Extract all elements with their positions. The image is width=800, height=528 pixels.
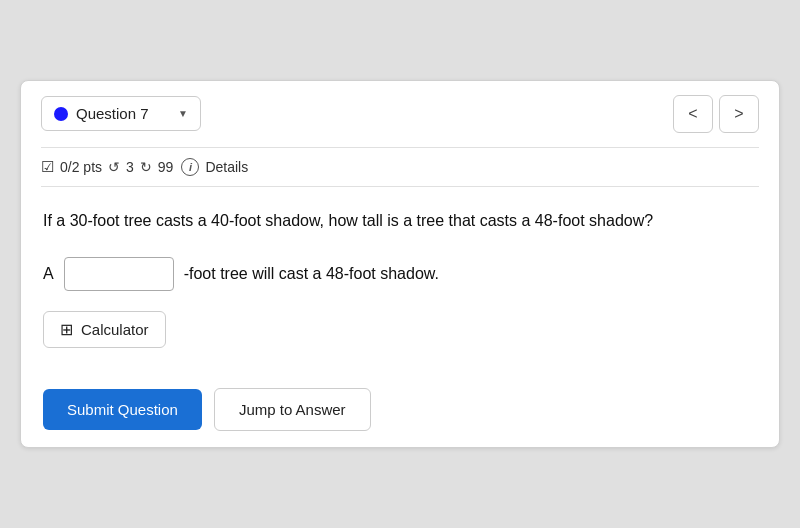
pts-text: 0/2 pts — [60, 159, 102, 175]
action-row: Submit Question Jump to Answer — [43, 388, 757, 431]
answer-label: A — [43, 265, 54, 283]
nav-buttons: < > — [673, 95, 759, 133]
retry-count: 3 — [126, 159, 134, 175]
calculator-button[interactable]: ⊞ Calculator — [43, 311, 166, 348]
info-icon: i — [181, 158, 199, 176]
question-body: If a 30-foot tree casts a 40-foot shadow… — [21, 187, 779, 448]
question-text: If a 30-foot tree casts a 40-foot shadow… — [43, 209, 757, 234]
question-label: Question 7 — [76, 105, 170, 122]
answer-input[interactable] — [64, 257, 174, 291]
header-row: Question 7 ▼ < > — [21, 81, 779, 147]
next-button[interactable]: > — [719, 95, 759, 133]
details-text: Details — [205, 159, 248, 175]
question-selector[interactable]: Question 7 ▼ — [41, 96, 201, 131]
calculator-label: Calculator — [81, 321, 149, 338]
calculator-icon: ⊞ — [60, 320, 73, 339]
submit-button[interactable]: Submit Question — [43, 389, 202, 430]
jump-to-answer-button[interactable]: Jump to Answer — [214, 388, 371, 431]
question-dot — [54, 107, 68, 121]
answer-suffix: -foot tree will cast a 48-foot shadow. — [184, 265, 439, 283]
refresh-count: 99 — [158, 159, 174, 175]
question-card: Question 7 ▼ < > ☑ 0/2 pts ↺ 3 ↻ 99 i De… — [20, 80, 780, 449]
answer-row: A -foot tree will cast a 48-foot shadow. — [43, 257, 757, 291]
refresh-icon: ↻ — [140, 159, 152, 175]
chevron-down-icon: ▼ — [178, 108, 188, 119]
checkbox-icon: ☑ — [41, 158, 54, 176]
meta-row: ☑ 0/2 pts ↺ 3 ↻ 99 i Details — [21, 148, 779, 186]
prev-button[interactable]: < — [673, 95, 713, 133]
retry-icon: ↺ — [108, 159, 120, 175]
